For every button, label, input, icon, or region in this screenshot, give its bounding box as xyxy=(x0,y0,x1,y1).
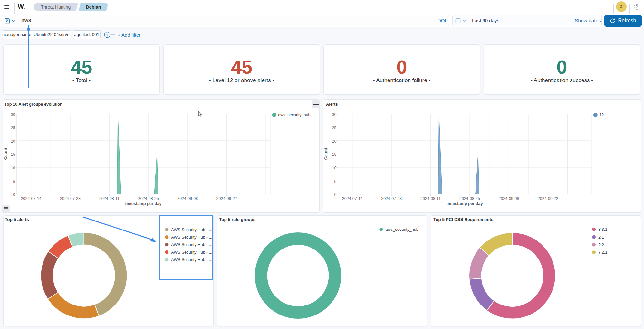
svg-text:5: 5 xyxy=(13,179,15,184)
svg-text:0: 0 xyxy=(13,193,15,197)
svg-text:2.2: 2.2 xyxy=(598,242,604,247)
svg-text:20: 20 xyxy=(11,139,15,144)
svg-text:30: 30 xyxy=(11,112,15,117)
svg-text:Count: Count xyxy=(323,148,328,160)
svg-text:7.2.1: 7.2.1 xyxy=(598,250,607,255)
svg-text:2024-08-11: 2024-08-11 xyxy=(420,196,441,201)
svg-text:2024-09-08: 2024-09-08 xyxy=(498,196,519,201)
svg-text:Count: Count xyxy=(3,148,8,160)
svg-text:aws_security_hub: aws_security_hub xyxy=(386,227,418,232)
svg-text:2024-07-28: 2024-07-28 xyxy=(381,196,402,201)
svg-text:2024-08-25: 2024-08-25 xyxy=(459,196,480,201)
svg-text:25: 25 xyxy=(11,126,15,130)
svg-text:2.1: 2.1 xyxy=(598,235,604,240)
svg-text:timestamp per day: timestamp per day xyxy=(446,201,483,206)
svg-text:10: 10 xyxy=(11,166,15,170)
svg-text:10: 10 xyxy=(332,166,337,170)
svg-text:25: 25 xyxy=(332,126,337,130)
svg-text:0: 0 xyxy=(334,193,337,197)
svg-text:2024-07-28: 2024-07-28 xyxy=(60,196,81,201)
svg-text:20: 20 xyxy=(332,139,337,144)
svg-text:15: 15 xyxy=(11,152,15,157)
svg-text:2024-07-14: 2024-07-14 xyxy=(21,196,42,201)
svg-text:timestamp per day: timestamp per day xyxy=(125,201,162,206)
svg-text:8.3.1: 8.3.1 xyxy=(598,227,607,232)
svg-text:2024-09-22: 2024-09-22 xyxy=(538,196,558,201)
svg-text:2024-09-22: 2024-09-22 xyxy=(216,196,237,201)
svg-text:5: 5 xyxy=(334,179,337,184)
svg-text:30: 30 xyxy=(332,112,337,117)
svg-text:2024-09-08: 2024-09-08 xyxy=(177,196,198,201)
svg-text:2024-07-14: 2024-07-14 xyxy=(342,196,363,201)
svg-text:2024-08-11: 2024-08-11 xyxy=(99,196,120,201)
svg-text:15: 15 xyxy=(332,152,337,157)
svg-text:12: 12 xyxy=(599,113,604,117)
svg-text:aws_security_hub: aws_security_hub xyxy=(278,113,310,117)
svg-text:2024-08-25: 2024-08-25 xyxy=(138,196,159,201)
